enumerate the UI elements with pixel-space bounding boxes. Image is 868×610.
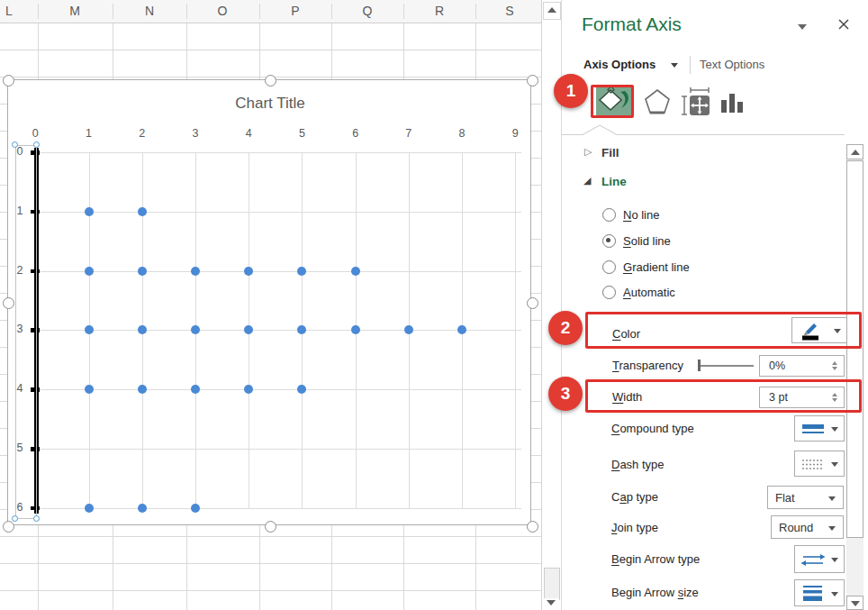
line-section-header[interactable]: Line — [601, 175, 627, 188]
chart-resize-handle[interactable] — [3, 521, 14, 533]
pane-scroll-up-button[interactable] — [846, 144, 863, 159]
axis-selection-handle[interactable] — [33, 515, 40, 522]
fill-section-header[interactable]: Fill — [601, 146, 619, 159]
chart-resize-handle[interactable] — [265, 521, 276, 533]
column-header-N[interactable]: N — [136, 3, 163, 19]
chart-object[interactable]: Chart Title 01234567890123456 — [7, 79, 531, 525]
radio-row-automatic[interactable]: Automatic — [602, 284, 675, 300]
data-point[interactable] — [191, 385, 200, 394]
column-header-O[interactable]: O — [209, 3, 236, 19]
x-tick-label: 8 — [449, 127, 475, 140]
axis-selection-handle[interactable] — [12, 515, 18, 522]
begin-arrow-size-dropdown[interactable] — [794, 579, 845, 606]
axis-options-caret-icon[interactable] — [671, 63, 678, 68]
x-tick-label: 6 — [343, 127, 368, 140]
x-tick-label: 7 — [396, 127, 421, 140]
data-point[interactable] — [85, 325, 94, 334]
column-separator — [186, 4, 187, 19]
scroll-down-button[interactable] — [543, 598, 559, 610]
radio-button[interactable] — [602, 234, 616, 248]
down-arrow-icon — [851, 601, 860, 606]
radio-row-solid-line[interactable]: Solid line — [602, 232, 671, 249]
data-point[interactable] — [351, 325, 360, 334]
chart-resize-handle[interactable] — [527, 521, 538, 533]
chart-resize-handle[interactable] — [527, 75, 538, 86]
data-point[interactable] — [404, 325, 413, 334]
axis-options-icon[interactable] — [720, 90, 744, 114]
sheet-gridline — [0, 50, 541, 50]
begin-arrow-type-dropdown[interactable] — [794, 545, 845, 573]
data-point[interactable] — [191, 325, 200, 334]
axis-selection-handle[interactable] — [12, 141, 18, 148]
double-arrows-icon — [800, 552, 826, 569]
transparency-slider-thumb[interactable] — [698, 360, 701, 371]
chart-resize-handle[interactable] — [3, 75, 14, 86]
data-point[interactable] — [244, 267, 253, 276]
size-properties-icon[interactable] — [682, 87, 712, 116]
data-point[interactable] — [297, 385, 306, 394]
data-point[interactable] — [85, 385, 94, 394]
scrollbar-thumb[interactable] — [544, 568, 560, 600]
data-point[interactable] — [138, 325, 147, 334]
spin-up-icon[interactable] — [832, 361, 837, 365]
column-header-L[interactable]: L — [0, 3, 23, 19]
tab-text-options[interactable]: Text Options — [700, 58, 764, 71]
axis-selection-handle[interactable] — [33, 141, 40, 148]
cap-type-dropdown[interactable]: Flat — [767, 486, 844, 509]
join-type-dropdown[interactable]: Round — [771, 515, 844, 539]
radio-label: No line — [623, 208, 659, 222]
data-point[interactable] — [457, 325, 466, 334]
radio-row-no-line[interactable]: No line — [602, 206, 659, 223]
pane-scrollbar-thumb[interactable] — [846, 160, 863, 538]
effects-icon[interactable] — [644, 88, 671, 115]
radio-button[interactable] — [602, 260, 616, 274]
pane-menu-caret-icon[interactable] — [798, 24, 807, 30]
data-point[interactable] — [85, 267, 94, 276]
column-header-P[interactable]: P — [282, 3, 309, 19]
dash-type-dropdown[interactable] — [794, 451, 845, 477]
data-point[interactable] — [244, 385, 253, 394]
chart-resize-handle[interactable] — [527, 297, 538, 309]
data-point[interactable] — [85, 207, 94, 216]
transparency-spinner[interactable]: 0% — [759, 355, 845, 377]
data-point[interactable] — [138, 385, 147, 394]
cap-type-value: Flat — [775, 491, 795, 505]
column-header-M[interactable]: M — [61, 3, 88, 19]
column-separator — [259, 4, 260, 19]
line-expand-icon[interactable]: ◢ — [583, 175, 591, 187]
data-point[interactable] — [244, 325, 253, 334]
radio-row-gradient-line[interactable]: Gradient line — [602, 259, 690, 275]
compound-type-dropdown[interactable] — [794, 415, 845, 442]
data-point[interactable] — [191, 267, 200, 276]
begin-arrow-type-label: Begin Arrow type — [611, 552, 700, 566]
data-point[interactable] — [351, 267, 360, 276]
data-point[interactable] — [138, 504, 147, 513]
column-header-Q[interactable]: Q — [354, 3, 381, 19]
chart-resize-handle[interactable] — [265, 75, 276, 86]
radio-button[interactable] — [602, 286, 616, 299]
radio-button[interactable] — [602, 208, 616, 222]
fill-collapse-icon[interactable]: ▷ — [584, 146, 592, 158]
column-header-S[interactable]: S — [496, 3, 523, 19]
axis-selection-box — [15, 145, 37, 519]
data-point[interactable] — [85, 504, 94, 513]
chart-title[interactable]: Chart Title — [8, 95, 532, 113]
chart-resize-handle[interactable] — [3, 297, 14, 309]
pane-scroll-down-button[interactable] — [846, 596, 863, 610]
data-point[interactable] — [138, 267, 147, 276]
annotation-step-1: 1 — [554, 74, 588, 108]
column-header-R[interactable]: R — [426, 3, 453, 19]
tab-axis-options[interactable]: Axis Options — [583, 58, 656, 71]
transparency-slider-track[interactable] — [700, 365, 754, 367]
data-point[interactable] — [297, 267, 306, 276]
h-gridline — [35, 152, 521, 153]
close-icon[interactable] — [837, 18, 850, 31]
radio-label: Gradient line — [623, 260, 690, 274]
h-gridline — [35, 389, 521, 390]
scroll-up-button[interactable] — [543, 2, 561, 20]
data-point[interactable] — [191, 504, 200, 513]
column-header-row[interactable]: LMNOPQRS — [0, 0, 541, 23]
data-point[interactable] — [297, 325, 306, 334]
data-point[interactable] — [138, 207, 147, 216]
spin-down-icon[interactable] — [832, 367, 837, 370]
